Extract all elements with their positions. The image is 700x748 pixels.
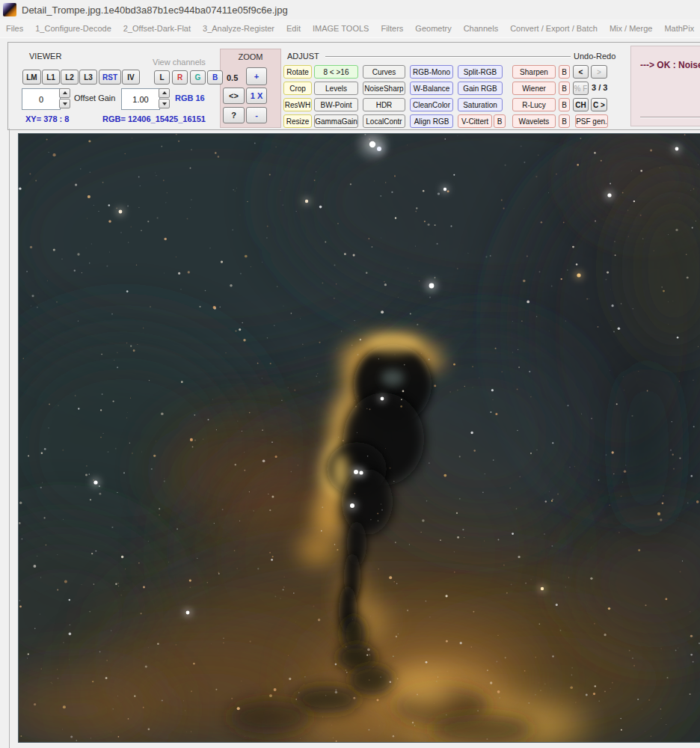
gain-step-up-icon[interactable] — [159, 88, 170, 98]
adjust-button-crop[interactable]: Crop — [283, 82, 312, 95]
adjust-button-curves[interactable]: Curves — [363, 65, 405, 79]
nebula-image — [19, 134, 700, 742]
menu-item-2-offset-dark-flat[interactable]: 2_Offset-Dark-Flat — [117, 24, 197, 33]
offset-step-up-icon[interactable] — [59, 88, 70, 98]
adjust-button-rgb-mono[interactable]: RGB-Mono — [410, 65, 453, 79]
adjust-button-r-lucy[interactable]: R-Lucy — [512, 98, 556, 111]
gain-input[interactable]: 1.00 — [121, 88, 160, 110]
offset-input[interactable]: 0 — [22, 88, 61, 110]
channel-button-r[interactable]: R — [172, 70, 188, 85]
menu-bar: Files1_Configure-Decode2_Offset-Dark-Fla… — [0, 19, 700, 38]
adjust-button-b[interactable]: B — [559, 114, 570, 128]
window-title: Detail_Trompe.jpg.1e40bd3a87b1ec944ba074… — [22, 4, 288, 16]
toolbar-panel: VIEWER View channels 0 Offset Gain 1.00 … — [7, 42, 700, 130]
adjust-button-psf-gen[interactable]: PSF gen. — [575, 114, 608, 128]
adjust-button-8-16[interactable]: 8 < >16 — [314, 65, 358, 79]
channel-button-l[interactable]: L — [154, 70, 170, 85]
adjust-button-wavelets[interactable]: Wavelets — [512, 114, 556, 128]
zoom-section-label: ZOOM — [221, 52, 280, 61]
view-channels-label: View channels — [153, 58, 206, 67]
zoom-panel: ZOOM 0.5 + <> 1 X ? - — [220, 49, 281, 128]
menu-item-mathpix[interactable]: MathPix — [658, 24, 700, 33]
adjust-button-b[interactable]: B — [559, 82, 570, 95]
menu-item-3-analyze-register[interactable]: 3_Analyze-Register — [197, 24, 280, 33]
offset-gain-label: Offset Gain — [74, 94, 115, 102]
adjust-button-localcontr[interactable]: LocalContr — [363, 114, 405, 128]
viewer-button-l1[interactable]: L1 — [42, 70, 60, 85]
channel-button-g[interactable]: G — [190, 70, 206, 85]
undo-redo-button-f: % F — [573, 82, 589, 95]
rgb-readout: RGB= 12406_15425_16151 — [102, 114, 206, 123]
panel-seam — [9, 129, 10, 748]
offset-stepper[interactable] — [59, 88, 70, 108]
adjust-button-reswh[interactable]: ResWH — [283, 98, 312, 111]
menu-item-convert-export-batch[interactable]: Convert / Export / Batch — [504, 24, 604, 33]
undo-redo-section-label: Undo-Redo — [574, 52, 615, 61]
undo-redo-button-c[interactable]: C > — [591, 98, 607, 111]
zoom-in-button[interactable]: + — [246, 67, 267, 85]
undo-redo-button-b: > — [591, 65, 607, 79]
status-message: ---> OK : Noise an — [640, 60, 700, 70]
adjust-button-resize[interactable]: Resize — [283, 114, 312, 128]
adjust-button-b[interactable]: B — [559, 65, 570, 79]
adjust-button-noisesharp[interactable]: NoiseSharp — [363, 82, 405, 95]
window-titlebar[interactable]: Detail_Trompe.jpg.1e40bd3a87b1ec944ba074… — [0, 0, 700, 19]
undo-redo-button-b[interactable]: < — [573, 65, 589, 79]
adjust-button-split-rgb[interactable]: Split-RGB — [458, 65, 503, 79]
gain-step-down-icon[interactable] — [159, 99, 170, 108]
adjust-button-hdr[interactable]: HDR — [363, 98, 405, 111]
viewer-button-iv[interactable]: IV — [122, 70, 140, 85]
rgb-mode-label: RGB 16 — [175, 94, 205, 102]
viewer-button-l2[interactable]: L2 — [61, 70, 79, 85]
undo-redo-button-ch[interactable]: CH — [573, 98, 589, 111]
adjust-divider — [325, 56, 571, 58]
status-divider — [640, 117, 700, 118]
image-viewport[interactable] — [18, 133, 700, 743]
gain-stepper[interactable] — [159, 88, 170, 108]
menu-item-files[interactable]: Files — [0, 24, 29, 33]
adjust-button-bw-point[interactable]: BW-Point — [314, 98, 358, 111]
adjust-button-w-balance[interactable]: W-Balance — [410, 82, 453, 95]
zoom-level-value: 0.5 — [227, 73, 238, 82]
adjust-button-b[interactable]: B — [494, 114, 506, 128]
menu-item-1-configure-decode[interactable]: 1_Configure-Decode — [29, 24, 117, 33]
adjust-button-wiener[interactable]: Wiener — [512, 82, 556, 95]
adjust-button-gain-rgb[interactable]: Gain RGB — [458, 82, 503, 95]
zoom-help-button[interactable]: ? — [223, 107, 245, 123]
zoom-1x-button[interactable]: 1 X — [246, 88, 267, 104]
zoom-out-button[interactable]: - — [246, 107, 267, 123]
adjust-button-levels[interactable]: Levels — [314, 82, 358, 95]
viewer-button-l3[interactable]: L3 — [79, 70, 97, 85]
zoom-fit-button[interactable]: <> — [223, 88, 245, 104]
xy-readout: XY= 378 : 8 — [25, 114, 69, 123]
viewer-section-label: VIEWER — [29, 52, 61, 61]
offset-step-down-icon[interactable] — [59, 99, 70, 108]
nebula-clouds — [19, 134, 700, 742]
menu-item-edit[interactable]: Edit — [280, 24, 307, 33]
adjust-button-gammagain[interactable]: GammaGain — [314, 114, 358, 128]
adjust-button-b[interactable]: B — [559, 98, 570, 111]
adjust-button-cleancolor[interactable]: CleanColor — [410, 98, 453, 111]
adjust-button-rotate[interactable]: Rotate — [283, 65, 312, 79]
adjust-section-label: ADJUST — [287, 52, 319, 61]
channel-button-b[interactable]: B — [207, 70, 223, 85]
adjust-button-sharpen[interactable]: Sharpen — [512, 65, 556, 79]
adjust-button-v-cittert[interactable]: V-Cittert — [458, 114, 492, 128]
app-icon — [3, 3, 16, 16]
menu-item-geometry[interactable]: Geometry — [409, 24, 457, 33]
viewer-button-rst[interactable]: RST — [99, 70, 121, 85]
menu-item-mix-merge[interactable]: Mix / Merge — [604, 24, 658, 33]
adjust-button-saturation[interactable]: Saturation — [458, 98, 503, 111]
menu-item-filters[interactable]: Filters — [375, 24, 409, 33]
menu-item-channels[interactable]: Channels — [458, 24, 504, 33]
status-panel: ---> OK : Noise an — [630, 46, 700, 126]
adjust-button-align-rgb[interactable]: Align RGB — [410, 114, 453, 128]
menu-item-image-tools[interactable]: IMAGE TOOLS — [307, 24, 375, 33]
undo-redo-counter: 3 / 3 — [592, 83, 607, 92]
viewer-button-lm[interactable]: LM — [22, 70, 41, 85]
